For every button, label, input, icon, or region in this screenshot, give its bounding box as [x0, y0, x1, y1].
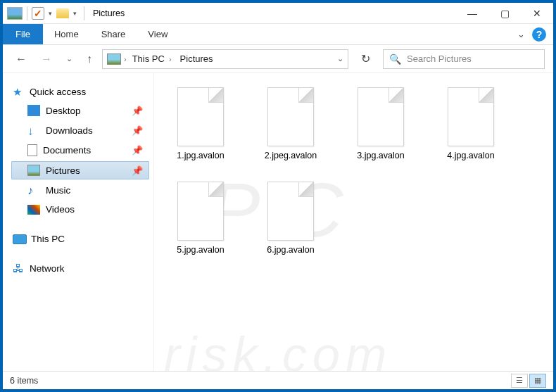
file-item[interactable]: 3.jpg.avalon: [346, 87, 416, 160]
file-item[interactable]: 1.jpg.avalon: [165, 87, 236, 160]
properties-icon[interactable]: ✓: [32, 7, 44, 20]
file-name: 2.jpeg.avalon: [265, 151, 317, 160]
file-item[interactable]: 6.jpg.avalon: [255, 182, 326, 255]
address-chevron-icon[interactable]: ⌄: [337, 54, 343, 63]
chevron-right-icon[interactable]: ›: [169, 55, 172, 63]
sidebar-network[interactable]: 🖧 Network: [11, 260, 149, 277]
sidebar-item-label: Documents: [43, 145, 91, 156]
chevron-right-icon[interactable]: ›: [124, 55, 127, 63]
sidebar-quick-access[interactable]: ★ Quick access: [11, 83, 149, 100]
chevron-down-icon[interactable]: ▾: [46, 10, 55, 17]
file-icon: [358, 87, 404, 146]
file-icon: [177, 182, 224, 241]
search-placeholder: Search Pictures: [407, 53, 472, 64]
app-icon: [7, 7, 23, 20]
status-bar: 6 items ☰ ▦: [3, 371, 553, 389]
file-icon: [267, 182, 314, 241]
window-title: Pictures: [87, 8, 125, 18]
folder-icon[interactable]: [56, 8, 69, 18]
downloads-icon: ↓: [27, 125, 40, 136]
file-name: 4.jpg.avalon: [447, 151, 494, 160]
maximize-button[interactable]: ▢: [488, 3, 521, 24]
refresh-button[interactable]: ↻: [354, 52, 377, 65]
network-icon: 🖧: [13, 263, 25, 274]
sidebar-item-pictures[interactable]: Pictures 📌: [11, 161, 149, 179]
sidebar-item-label: Desktop: [46, 106, 81, 116]
videos-icon: [27, 205, 40, 215]
sidebar-item-label: Downloads: [46, 125, 93, 136]
sidebar-item-downloads[interactable]: ↓ Downloads 📌: [11, 121, 149, 139]
file-item[interactable]: 5.jpg.avalon: [165, 182, 236, 255]
tab-view[interactable]: View: [137, 24, 179, 44]
tab-share[interactable]: Share: [90, 24, 137, 44]
pin-icon: 📌: [132, 165, 143, 176]
forward-button[interactable]: →: [37, 50, 56, 68]
address-bar[interactable]: › This PC› Pictures ⌄: [102, 49, 348, 69]
search-input[interactable]: 🔍 Search Pictures: [383, 49, 545, 69]
icons-view-button[interactable]: ▦: [529, 374, 546, 388]
file-name: 5.jpg.avalon: [177, 245, 224, 255]
chevron-down-icon[interactable]: ▾: [70, 10, 80, 17]
tab-file[interactable]: File: [3, 24, 43, 44]
tab-home[interactable]: Home: [43, 24, 90, 44]
sidebar-item-label: Videos: [46, 204, 75, 215]
up-button[interactable]: ↑: [82, 50, 96, 68]
navigation-bar: ← → ⌄ ↑ › This PC› Pictures ⌄ ↻ 🔍 Search…: [3, 45, 553, 73]
file-item[interactable]: 2.jpeg.avalon: [255, 87, 326, 160]
recent-chevron-icon[interactable]: ⌄: [62, 51, 77, 66]
file-name: 6.jpg.avalon: [267, 245, 314, 255]
main-area: P C risk.com ★ Quick access Desktop 📌 ↓ …: [3, 73, 553, 371]
pictures-icon: [27, 165, 40, 176]
minimize-button[interactable]: —: [456, 3, 488, 24]
sidebar-label: Network: [30, 263, 65, 274]
pin-icon: 📌: [132, 125, 143, 136]
star-icon: ★: [13, 86, 25, 97]
item-count: 6 items: [10, 376, 38, 386]
file-icon: [267, 87, 314, 146]
file-name: 1.jpg.avalon: [177, 151, 224, 160]
sidebar-item-label: Music: [46, 185, 70, 196]
location-icon: [107, 53, 121, 65]
back-button[interactable]: ←: [11, 50, 31, 68]
sidebar-label: This PC: [31, 234, 65, 244]
ribbon-tabs: File Home Share View ⌄ ?: [3, 24, 553, 45]
window-controls: — ▢ ✕: [456, 3, 553, 24]
sidebar-label: Quick access: [30, 87, 86, 97]
file-icon: [177, 87, 224, 146]
help-icon[interactable]: ?: [532, 27, 546, 42]
quick-access-toolbar: ✓ ▾ ▾: [3, 6, 87, 20]
details-view-button[interactable]: ☰: [511, 374, 528, 388]
ribbon-expand-icon[interactable]: ⌄: [514, 29, 528, 39]
titlebar: ✓ ▾ ▾ Pictures — ▢ ✕: [3, 3, 553, 24]
breadcrumb-item[interactable]: This PC›: [129, 53, 175, 64]
breadcrumb-label: This PC: [132, 53, 165, 64]
pc-icon: [13, 234, 27, 244]
divider: [27, 6, 27, 20]
file-item[interactable]: 4.jpg.avalon: [436, 87, 506, 160]
music-icon: ♪: [27, 184, 40, 196]
sidebar-item-videos[interactable]: Videos: [11, 201, 149, 218]
search-icon: 🔍: [389, 53, 401, 65]
sidebar-item-music[interactable]: ♪ Music: [11, 181, 149, 199]
desktop-icon: [27, 105, 40, 116]
file-icon: [448, 87, 494, 146]
file-explorer-window: ✓ ▾ ▾ Pictures — ▢ ✕ File Home Share Vie…: [3, 3, 553, 389]
sidebar-item-label: Pictures: [46, 165, 80, 176]
pin-icon: 📌: [132, 106, 143, 116]
breadcrumb-label: Pictures: [180, 53, 213, 64]
sidebar-item-desktop[interactable]: Desktop 📌: [11, 101, 149, 120]
pin-icon: 📌: [132, 145, 143, 156]
navigation-pane: ★ Quick access Desktop 📌 ↓ Downloads 📌 D…: [3, 73, 154, 371]
sidebar-this-pc[interactable]: This PC: [11, 231, 149, 247]
file-list[interactable]: 1.jpg.avalon 2.jpeg.avalon 3.jpg.avalon …: [154, 73, 553, 371]
file-name: 3.jpg.avalon: [357, 151, 404, 160]
close-button[interactable]: ✕: [521, 3, 553, 24]
divider: [84, 6, 84, 20]
breadcrumb-item[interactable]: Pictures: [177, 53, 216, 64]
documents-icon: [27, 144, 37, 156]
sidebar-item-documents[interactable]: Documents 📌: [11, 141, 149, 160]
